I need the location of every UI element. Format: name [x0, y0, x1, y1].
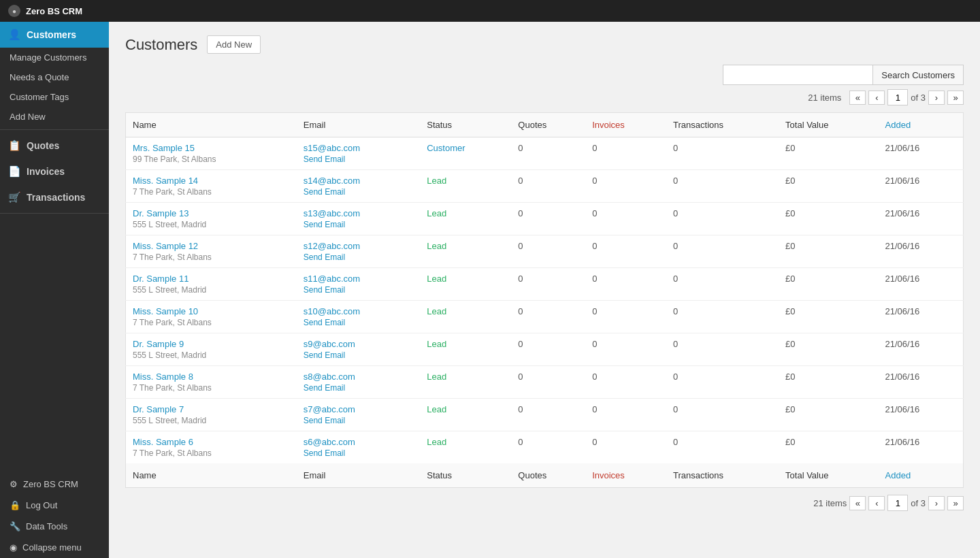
cell-name-5: Miss. Sample 10 7 The Park, St Albans	[126, 301, 297, 333]
last-page-button-top[interactable]: »	[947, 91, 964, 105]
collapse-menu-icon: ◉	[10, 542, 17, 553]
next-page-button-bottom[interactable]: ›	[928, 496, 945, 510]
cell-total-value-5: £0	[779, 301, 878, 333]
sidebar-item-needs-quote[interactable]: Needs a Quote	[0, 67, 109, 87]
sidebar-item-customer-tags[interactable]: Customer Tags	[0, 87, 109, 107]
cell-invoices-9: 0	[585, 431, 666, 464]
email-link-5[interactable]: s10@abc.com	[304, 306, 360, 316]
next-page-button-top[interactable]: ›	[928, 91, 945, 105]
sidebar-item-add-new[interactable]: Add New	[0, 107, 109, 127]
cell-transactions-3: 0	[666, 235, 779, 268]
cell-added-6: 21/06/16	[879, 333, 964, 366]
cell-name-0: Mrs. Sample 15 99 The Park, St Albans	[126, 137, 297, 170]
customer-name-link-9[interactable]: Miss. Sample 6	[133, 437, 193, 447]
email-link-6[interactable]: s9@abc.com	[304, 339, 355, 349]
page-number-input-bottom[interactable]	[887, 495, 908, 511]
email-link-1[interactable]: s14@abc.com	[304, 176, 360, 186]
quotes-icon: 📋	[8, 140, 21, 152]
cell-name-9: Miss. Sample 6 7 The Park, St Albans	[126, 431, 297, 464]
cell-status-6: Lead	[420, 333, 511, 366]
cell-invoices-4: 0	[585, 268, 666, 301]
last-page-button-bottom[interactable]: »	[947, 496, 964, 510]
customer-name-link-8[interactable]: Dr. Sample 7	[133, 404, 184, 414]
customer-address-4: 555 L Street, Madrid	[133, 285, 290, 295]
email-link-2[interactable]: s13@abc.com	[304, 208, 360, 218]
send-email-link-9[interactable]: Send Email	[304, 448, 413, 458]
sidebar-item-data-tools[interactable]: 🔧 Data Tools	[0, 516, 109, 537]
page-of-bottom: of 3	[911, 498, 926, 508]
send-email-link-8[interactable]: Send Email	[304, 416, 413, 425]
sidebar-item-collapse-menu[interactable]: ◉ Collapse menu	[0, 537, 109, 558]
sidebar-item-quotes[interactable]: 📋 Quotes	[0, 133, 109, 159]
first-page-button-bottom[interactable]: «	[849, 496, 866, 510]
sidebar-item-invoices[interactable]: 📄 Invoices	[0, 159, 109, 184]
search-input[interactable]	[723, 65, 872, 85]
customer-name-link-0[interactable]: Mrs. Sample 15	[133, 143, 195, 153]
customer-name-link-1[interactable]: Miss. Sample 14	[133, 176, 198, 186]
customer-name-link-4[interactable]: Dr. Sample 11	[133, 274, 189, 284]
cell-name-6: Dr. Sample 9 555 L Street, Madrid	[126, 333, 297, 366]
send-email-link-2[interactable]: Send Email	[304, 220, 413, 229]
customer-name-link-6[interactable]: Dr. Sample 9	[133, 339, 184, 349]
col-header-status: Status	[420, 113, 511, 137]
page-number-input-top[interactable]	[887, 89, 908, 105]
status-badge-6: Lead	[427, 339, 446, 349]
cell-transactions-7: 0	[666, 366, 779, 399]
col-footer-invoices: Invoices	[585, 463, 666, 488]
col-header-quotes: Quotes	[511, 113, 585, 137]
sidebar: 👤 Customers Manage Customers Needs a Quo…	[0, 22, 109, 558]
customer-name-link-2[interactable]: Dr. Sample 13	[133, 208, 189, 218]
sidebar-item-zero-bs-crm[interactable]: ⚙ Zero BS CRM	[0, 474, 109, 495]
cell-email-4: s11@abc.com Send Email	[297, 268, 420, 301]
cell-quotes-6: 0	[511, 333, 585, 366]
col-header-name: Name	[126, 113, 297, 137]
sidebar-item-customers[interactable]: 👤 Customers	[0, 22, 109, 48]
email-link-0[interactable]: s15@abc.com	[304, 143, 360, 153]
cell-invoices-6: 0	[585, 333, 666, 366]
prev-page-button-bottom[interactable]: ‹	[868, 496, 885, 510]
cell-added-2: 21/06/16	[879, 203, 964, 235]
send-email-link-5[interactable]: Send Email	[304, 318, 413, 327]
top-bar: ● Zero BS CRM	[0, 0, 980, 22]
first-page-button-top[interactable]: «	[849, 91, 866, 105]
sidebar-item-logout[interactable]: 🔒 Log Out	[0, 495, 109, 516]
cell-added-3: 21/06/16	[879, 235, 964, 268]
cell-added-8: 21/06/16	[879, 399, 964, 431]
email-link-3[interactable]: s12@abc.com	[304, 241, 360, 251]
table-row: Miss. Sample 6 7 The Park, St Albans s6@…	[126, 431, 964, 464]
col-header-total-value: Total Value	[779, 113, 878, 137]
cell-transactions-0: 0	[666, 137, 779, 170]
search-customers-button[interactable]: Search Customers	[872, 65, 964, 85]
customer-name-link-3[interactable]: Miss. Sample 12	[133, 241, 198, 251]
sidebar-item-transactions[interactable]: 🛒 Transactions	[0, 184, 109, 210]
cell-status-8: Lead	[420, 399, 511, 431]
customer-name-link-5[interactable]: Miss. Sample 10	[133, 306, 198, 316]
add-new-button[interactable]: Add New	[207, 35, 261, 54]
cell-name-7: Miss. Sample 8 7 The Park, St Albans	[126, 366, 297, 399]
send-email-link-3[interactable]: Send Email	[304, 252, 413, 262]
customer-address-5: 7 The Park, St Albans	[133, 318, 290, 327]
prev-page-button-top[interactable]: ‹	[868, 91, 885, 105]
app-name: Zero BS CRM	[26, 6, 82, 16]
send-email-link-7[interactable]: Send Email	[304, 383, 413, 393]
pagination-bottom: 21 items « ‹ of 3 › »	[125, 495, 964, 511]
send-email-link-0[interactable]: Send Email	[304, 154, 413, 164]
cell-quotes-3: 0	[511, 235, 585, 268]
items-count-top: 21 items	[808, 93, 841, 103]
customer-name-link-7[interactable]: Miss. Sample 8	[133, 372, 193, 382]
send-email-link-6[interactable]: Send Email	[304, 350, 413, 360]
sidebar-item-manage-customers[interactable]: Manage Customers	[0, 48, 109, 67]
email-link-8[interactable]: s7@abc.com	[304, 404, 355, 414]
customer-address-3: 7 The Park, St Albans	[133, 252, 290, 262]
table-body: Mrs. Sample 15 99 The Park, St Albans s1…	[126, 137, 964, 464]
send-email-link-1[interactable]: Send Email	[304, 187, 413, 197]
cell-status-2: Lead	[420, 203, 511, 235]
col-header-transactions: Transactions	[666, 113, 779, 137]
cell-name-1: Miss. Sample 14 7 The Park, St Albans	[126, 170, 297, 203]
email-link-9[interactable]: s6@abc.com	[304, 437, 355, 447]
sidebar-item-collapse-menu-label: Collapse menu	[22, 542, 82, 553]
email-link-4[interactable]: s11@abc.com	[304, 274, 360, 284]
email-link-7[interactable]: s8@abc.com	[304, 372, 355, 382]
send-email-link-4[interactable]: Send Email	[304, 285, 413, 295]
status-badge-7: Lead	[427, 372, 446, 382]
